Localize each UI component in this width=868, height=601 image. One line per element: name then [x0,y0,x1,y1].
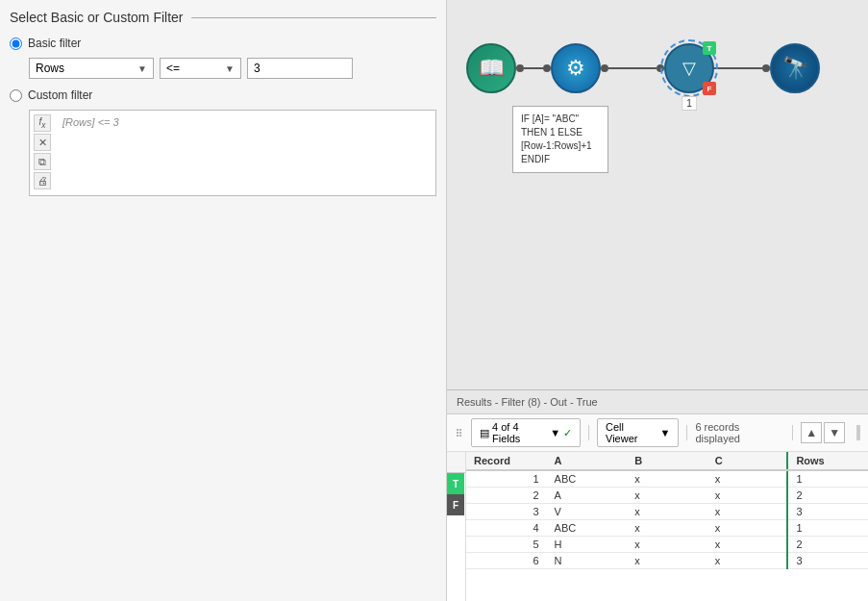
connector-dot-4 [657,64,664,72]
col-c-label: C [715,455,723,466]
connector-3 [714,67,762,69]
sort-up-button[interactable]: ▲ [801,422,822,443]
table-wrapper: T F Record [447,452,868,601]
filter-badge-true: T [703,41,716,55]
cell-a: N [547,553,628,569]
config-icon: ⚙ [566,56,585,81]
col-b: B [627,452,707,470]
basic-filter-radio[interactable] [10,38,22,50]
connector-dot-5 [762,64,770,72]
cell-record: 5 [466,537,547,553]
custom-filter-toolbar: fx ✕ ⧉ 🖨 [34,114,51,189]
cell-rows: 1 [787,470,868,488]
custom-filter-radio[interactable] [10,89,22,102]
fx-icon[interactable]: fx [34,114,51,132]
cell-rows: 3 [787,504,868,520]
col-record-label: Record [474,455,510,466]
toolbar-separator-1 [588,425,589,440]
viewer-label: Cell Viewer [606,421,657,444]
cell-record: 6 [466,553,547,569]
cell-b: x [627,553,707,569]
col-rows: Rows [787,452,868,470]
fields-label: 4 of 4 Fields [492,421,547,444]
workflow-container: 📖 ⚙ ▽ [466,43,820,93]
col-rows-label: Rows [796,455,824,466]
col-a: A [547,452,628,470]
formula-box: IF [A]= "ABC" THEN 1 ELSE [Row-1:Rows]+1… [512,106,608,173]
node-filter[interactable]: ▽ T F 1 [664,43,714,93]
side-icon-true: T [447,473,464,494]
field-select-chevron: ▼ [137,63,147,74]
cell-a: H [547,537,628,553]
table-scroll[interactable]: Record A B C [466,452,868,601]
custom-filter-expression: [Rows] <= 3 [59,114,432,130]
cell-b: x [627,488,707,504]
connector-2 [608,67,657,69]
binoculars-icon: 🔭 [782,56,808,81]
results-table: Record A B C [466,452,868,569]
col-record: Record [466,452,547,470]
cell-a: ABC [547,470,628,488]
cell-record: 1 [466,470,547,488]
canvas-area: 📖 ⚙ ▽ [447,0,868,389]
table-side-icons: T F [447,452,466,601]
toolbar-separator-3 [792,425,793,440]
radio-group: Basic filter Rows ▼ <= ▼ Custom filter [10,37,436,196]
basic-filter-radio-label[interactable]: Basic filter [10,37,436,50]
filter-value-input[interactable] [247,58,353,79]
results-toolbar: ▤ 4 of 4 Fields ▼ ✓ Cell Viewer ▼ 6 reco… [447,414,868,452]
cell-c: x [707,520,788,537]
table-row: 2 A x x 2 [466,488,868,504]
node-binoculars[interactable]: 🔭 [770,43,820,93]
records-count: 6 records displayed [695,421,784,444]
copy-icon[interactable]: ⧉ [34,153,51,170]
basic-filter-label: Basic filter [28,37,81,50]
fields-icon: ▤ [480,427,489,439]
viewer-button[interactable]: Cell Viewer ▼ [597,418,679,447]
node-config[interactable]: ⚙ [551,43,601,93]
connector-dot-2 [543,64,551,72]
expression-text: [Rows] <= 3 [62,116,119,128]
cell-b: x [627,504,707,520]
cell-c: x [707,553,788,569]
cell-c: x [707,504,788,520]
sort-down-button[interactable]: ▼ [824,422,845,443]
cell-b: x [627,470,707,488]
operator-select-value: <= [166,62,180,75]
toolbar-separator-2 [686,425,687,440]
node-book[interactable]: 📖 [466,43,516,93]
filter-badge-false: F [703,82,716,95]
field-select[interactable]: Rows ▼ [29,58,154,79]
print-icon[interactable]: 🖨 [34,172,51,189]
cell-a: ABC [547,520,628,537]
operator-select-chevron: ▼ [225,63,235,74]
cell-b: x [627,537,707,553]
custom-filter-radio-label[interactable]: Custom filter [10,88,436,102]
field-select-value: Rows [36,62,64,75]
side-icon-false: F [447,494,464,515]
cell-a: V [547,504,628,520]
panel-title-text: Select Basic or Custom Filter [10,10,184,25]
panel-title: Select Basic or Custom Filter [10,10,436,25]
col-b-label: B [634,455,642,466]
table-body: 1 ABC x x 1 2 A x x 2 3 V x x 3 4 ABC x … [466,470,868,569]
clear-icon[interactable]: ✕ [34,134,51,151]
cell-rows: 1 [787,520,868,537]
drag-handle[interactable] [455,427,463,438]
formula-line-4: ENDIF [521,153,600,166]
results-panel: Results - Filter (8) - Out - True ▤ 4 of… [447,389,868,601]
cell-c: x [707,470,788,488]
main-container: Select Basic or Custom Filter Basic filt… [0,0,868,601]
table-row: 3 V x x 3 [466,504,868,520]
viewer-chevron: ▼ [660,427,671,438]
fields-check: ✓ [563,427,572,439]
col-c: C [707,452,788,470]
table-row: 5 H x x 2 [466,537,868,553]
fields-button[interactable]: ▤ 4 of 4 Fields ▼ ✓ [471,418,581,447]
fields-chevron: ▼ [550,427,560,438]
operator-select[interactable]: <= ▼ [160,58,241,79]
cell-record: 2 [466,488,547,504]
cell-record: 3 [466,504,547,520]
connector-dot-3 [601,64,608,72]
cell-rows: 2 [787,488,868,504]
